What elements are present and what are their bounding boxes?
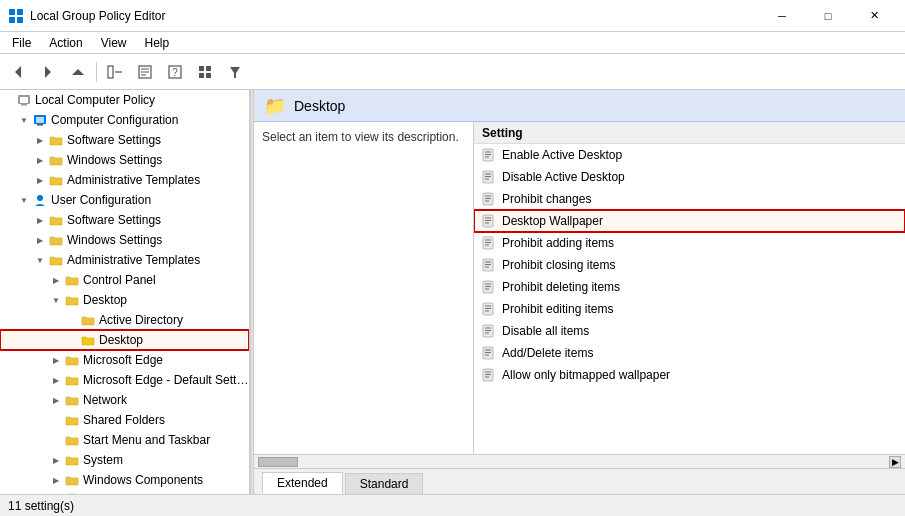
tree-expand-microsoft-edge[interactable]: ▶	[48, 356, 64, 365]
tree-label-computer-configuration: Computer Configuration	[51, 113, 178, 127]
filter-icon	[228, 65, 242, 79]
tree-expand-windows-settings-cc[interactable]: ▶	[32, 156, 48, 165]
svg-rect-3	[17, 17, 23, 23]
tree-expand-network[interactable]: ▶	[48, 396, 64, 405]
tree-item-software-settings-uc[interactable]: ▶Software Settings	[0, 210, 249, 230]
tree-item-software-settings-cc[interactable]: ▶Software Settings	[0, 130, 249, 150]
tree-expand-admin-templates-uc[interactable]: ▼	[32, 256, 48, 265]
tab-extended[interactable]: Extended	[262, 472, 343, 494]
list-item-icon-disable-active-desktop	[482, 170, 496, 184]
tree-item-admin-templates-uc[interactable]: ▼Administrative Templates	[0, 250, 249, 270]
toolbar-separator-1	[96, 62, 97, 82]
close-button[interactable]: ✕	[851, 0, 897, 32]
maximize-button[interactable]: □	[805, 0, 851, 32]
tree-expand-system[interactable]: ▶	[48, 456, 64, 465]
svg-rect-55	[483, 281, 493, 293]
tree-icon-network	[64, 394, 80, 406]
toolbar-view-btn[interactable]	[191, 58, 219, 86]
tree-icon-desktop-selected	[80, 334, 96, 346]
toolbar-forward-button[interactable]	[34, 58, 62, 86]
svg-rect-7	[108, 66, 113, 78]
title-bar-left: Local Group Policy Editor	[8, 8, 165, 24]
tab-standard[interactable]: Standard	[345, 473, 424, 494]
tree-item-microsoft-edge-default[interactable]: ▶Microsoft Edge - Default Setti...	[0, 370, 249, 390]
tree-label-microsoft-edge-default: Microsoft Edge - Default Setti...	[83, 373, 249, 387]
window-title: Local Group Policy Editor	[30, 9, 165, 23]
scroll-right-btn[interactable]: ▶	[889, 456, 901, 468]
list-item-desktop-wallpaper[interactable]: Desktop Wallpaper	[474, 210, 905, 232]
view-icon	[198, 65, 212, 79]
horizontal-scrollbar[interactable]: ▶	[254, 456, 905, 468]
tree-container: Local Computer Policy▼Computer Configura…	[0, 90, 249, 494]
list-item-prohibit-adding-items[interactable]: Prohibit adding items	[474, 232, 905, 254]
tree-icon-desktop-folder	[64, 294, 80, 306]
app-icon	[8, 8, 24, 24]
tree-item-admin-templates-cc[interactable]: ▶Administrative Templates	[0, 170, 249, 190]
list-item-allow-only-bitmapped-wallpaper[interactable]: Allow only bitmapped wallpaper	[474, 364, 905, 386]
list-item-prohibit-changes[interactable]: Prohibit changes	[474, 188, 905, 210]
tree-item-local-computer-policy[interactable]: Local Computer Policy	[0, 90, 249, 110]
toolbar-show-hide-btn[interactable]	[101, 58, 129, 86]
tree-icon-active-directory	[80, 314, 96, 326]
toolbar-up-button[interactable]	[64, 58, 92, 86]
tree-expand-software-settings-cc[interactable]: ▶	[32, 136, 48, 145]
list-container: Enable Active Desktop Disable Active Des…	[474, 144, 905, 386]
svg-rect-2	[9, 17, 15, 23]
tree-expand-user-configuration[interactable]: ▼	[16, 196, 32, 205]
tree-item-computer-configuration[interactable]: ▼Computer Configuration	[0, 110, 249, 130]
tree-label-admin-templates-uc: Administrative Templates	[67, 253, 200, 267]
list-item-prohibit-editing-items[interactable]: Prohibit editing items	[474, 298, 905, 320]
list-item-disable-active-desktop[interactable]: Disable Active Desktop	[474, 166, 905, 188]
menu-file[interactable]: File	[4, 34, 39, 52]
tree-expand-software-settings-uc[interactable]: ▶	[32, 216, 48, 225]
tree-item-user-configuration[interactable]: ▼User Configuration	[0, 190, 249, 210]
list-item-disable-all-items[interactable]: Disable all items	[474, 320, 905, 342]
list-item-icon-desktop-wallpaper	[482, 214, 496, 228]
svg-rect-18	[206, 73, 211, 78]
tree-item-desktop-folder[interactable]: ▼Desktop	[0, 290, 249, 310]
tree-item-start-menu-taskbar[interactable]: Start Menu and Taskbar	[0, 430, 249, 450]
list-item-text-allow-only-bitmapped-wallpaper: Allow only bitmapped wallpaper	[502, 368, 670, 382]
description-text: Select an item to view its description.	[262, 130, 459, 144]
up-icon	[71, 65, 85, 79]
tree-expand-desktop-folder[interactable]: ▼	[48, 296, 64, 305]
svg-rect-15	[199, 66, 204, 71]
tree-item-shared-folders[interactable]: Shared Folders	[0, 410, 249, 430]
list-item-prohibit-deleting-items[interactable]: Prohibit deleting items	[474, 276, 905, 298]
list-item-enable-active-desktop[interactable]: Enable Active Desktop	[474, 144, 905, 166]
tree-item-network[interactable]: ▶Network	[0, 390, 249, 410]
tree-item-system[interactable]: ▶System	[0, 450, 249, 470]
tree-item-desktop-selected[interactable]: Desktop	[0, 330, 249, 350]
tree-item-microsoft-edge[interactable]: ▶Microsoft Edge	[0, 350, 249, 370]
toolbar-back-button[interactable]	[4, 58, 32, 86]
tree-expand-admin-templates-cc[interactable]: ▶	[32, 176, 48, 185]
tree-panel: Local Computer Policy▼Computer Configura…	[0, 90, 250, 494]
list-item-text-prohibit-editing-items: Prohibit editing items	[502, 302, 613, 316]
list-item-add-delete-items[interactable]: Add/Delete items	[474, 342, 905, 364]
toolbar-filter-btn[interactable]	[221, 58, 249, 86]
svg-text:?: ?	[172, 67, 178, 78]
list-item-text-add-delete-items: Add/Delete items	[502, 346, 593, 360]
tree-expand-computer-configuration[interactable]: ▼	[16, 116, 32, 125]
window-controls: ─ □ ✕	[759, 0, 897, 32]
list-item-text-disable-active-desktop: Disable Active Desktop	[502, 170, 625, 184]
tree-expand-microsoft-edge-default[interactable]: ▶	[48, 376, 64, 385]
menu-action[interactable]: Action	[41, 34, 90, 52]
list-item-prohibit-closing-items[interactable]: Prohibit closing items	[474, 254, 905, 276]
tree-expand-windows-components[interactable]: ▶	[48, 476, 64, 485]
tree-item-windows-components[interactable]: ▶Windows Components	[0, 470, 249, 490]
menu-help[interactable]: Help	[137, 34, 178, 52]
tree-item-control-panel[interactable]: ▶Control Panel	[0, 270, 249, 290]
list-item-icon-prohibit-closing-items	[482, 258, 496, 272]
tree-item-windows-settings-cc[interactable]: ▶Windows Settings	[0, 150, 249, 170]
tree-item-windows-settings-uc[interactable]: ▶Windows Settings	[0, 230, 249, 250]
status-text: 11 setting(s)	[8, 499, 74, 513]
tree-expand-windows-settings-uc[interactable]: ▶	[32, 236, 48, 245]
tree-expand-control-panel[interactable]: ▶	[48, 276, 64, 285]
minimize-button[interactable]: ─	[759, 0, 805, 32]
toolbar-properties-btn[interactable]	[131, 58, 159, 86]
tree-item-active-directory[interactable]: Active Directory	[0, 310, 249, 330]
svg-rect-1	[17, 9, 23, 15]
menu-view[interactable]: View	[93, 34, 135, 52]
toolbar-help-btn[interactable]: ?	[161, 58, 189, 86]
